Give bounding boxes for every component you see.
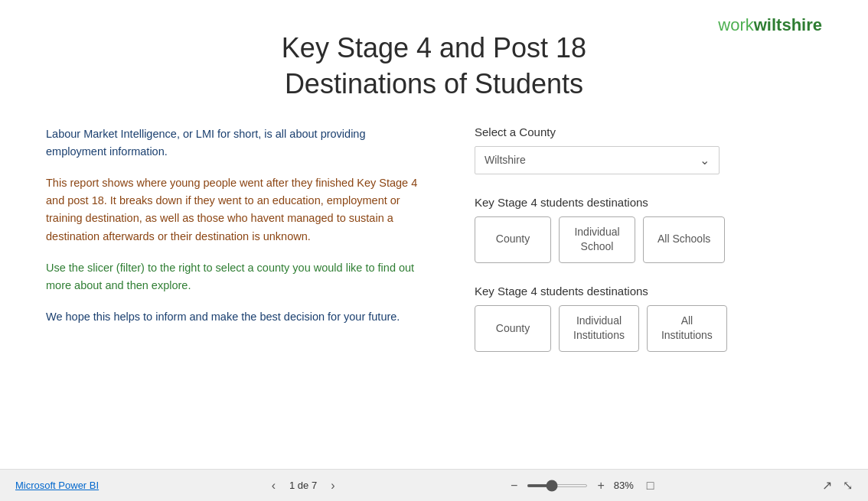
zoom-percent: 83% <box>614 480 641 491</box>
right-column: Select a County Wiltshire ⌄ Key Stage 4 … <box>475 125 804 454</box>
post18-individual-institutions-button[interactable]: IndividualInstitutions <box>559 305 639 352</box>
pagination: ‹ 1 de 7 › <box>267 477 340 494</box>
chevron-down-icon: ⌄ <box>700 153 710 168</box>
title-line1: Key Stage 4 and Post 18 <box>282 32 586 63</box>
page-prev-button[interactable]: ‹ <box>267 477 280 494</box>
logo-wiltshire: wiltshire <box>754 15 822 34</box>
zoom-out-button[interactable]: − <box>507 479 520 493</box>
post18-county-button[interactable]: County <box>475 305 551 352</box>
ks4-individual-school-button[interactable]: IndividualSchool <box>559 216 635 263</box>
ks4-btn-group: County IndividualSchool All Schools <box>475 216 804 263</box>
ks4-all-schools-button[interactable]: All Schools <box>643 216 725 263</box>
ks4-section: Key Stage 4 students destinations County… <box>475 196 804 263</box>
powerbi-link[interactable]: Microsoft Power BI <box>15 480 99 491</box>
share-button[interactable]: ↗ <box>822 478 832 493</box>
zoom-in-button[interactable]: + <box>594 479 607 493</box>
county-section-label: Select a County <box>475 125 804 138</box>
para4: We hope this helps to inform and make th… <box>46 308 429 326</box>
columns: Labour Market Intelligence, or LMI for s… <box>46 125 822 454</box>
left-column: Labour Market Intelligence, or LMI for s… <box>46 125 429 454</box>
zoom-controls: − + 83% □ <box>507 479 654 493</box>
post18-btn-group: County IndividualInstitutions AllInstitu… <box>475 305 804 352</box>
bottom-right-icons: ↗ ⤡ <box>822 478 853 493</box>
post18-all-institutions-button[interactable]: AllInstitutions <box>647 305 727 352</box>
post18-label: Key Stage 4 students destinations <box>475 285 804 298</box>
main-content: workwiltshire Key Stage 4 and Post 18 De… <box>0 0 868 469</box>
para3: Use the slicer (filter) to the right to … <box>46 259 429 294</box>
zoom-slider[interactable] <box>527 484 588 487</box>
post18-section: Key Stage 4 students destinations County… <box>475 285 804 352</box>
ks4-label: Key Stage 4 students destinations <box>475 196 804 209</box>
page-title: Key Stage 4 and Post 18 Destinations of … <box>46 31 822 102</box>
title-line2: Destinations of Students <box>285 68 583 99</box>
logo-work: work <box>718 15 753 34</box>
page-next-button[interactable]: › <box>326 477 339 494</box>
bottom-bar: Microsoft Power BI ‹ 1 de 7 › − + 83% □ … <box>0 469 868 501</box>
logo: workwiltshire <box>718 15 822 35</box>
county-dropdown[interactable]: Wiltshire ⌄ <box>475 146 720 174</box>
county-value: Wiltshire <box>485 154 526 166</box>
page-indicator: 1 de 7 <box>289 480 317 491</box>
fullscreen-button[interactable]: ⤡ <box>843 478 853 493</box>
ks4-county-button[interactable]: County <box>475 216 551 263</box>
para2: This report shows where young people wen… <box>46 174 429 246</box>
para1: Labour Market Intelligence, or LMI for s… <box>46 125 429 161</box>
fit-page-button[interactable]: □ <box>647 479 654 493</box>
